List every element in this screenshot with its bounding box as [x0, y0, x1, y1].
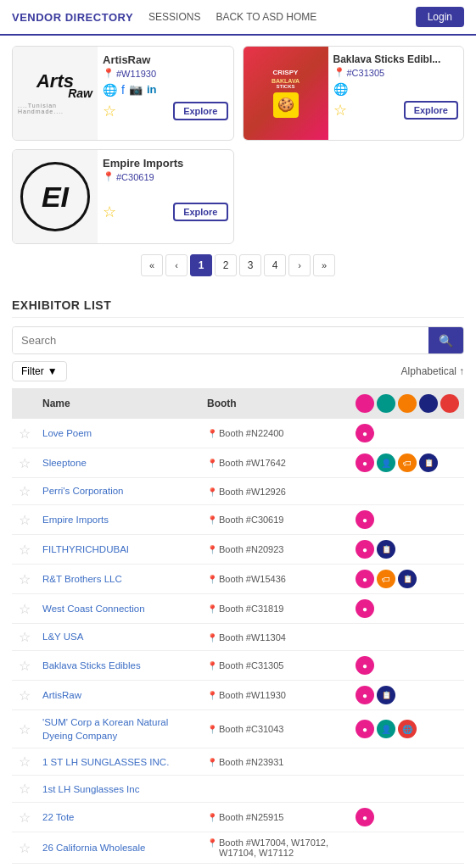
badge-pink-icon: ● [356, 599, 374, 618]
icons-cell: ●🏷📋 [356, 570, 459, 588]
table-row: ☆Love Poem📍Booth #N22400● [12, 419, 464, 448]
nav-sessions[interactable]: SESSIONS [148, 11, 200, 23]
page-4[interactable]: 4 [264, 254, 286, 276]
company-name-link[interactable]: 1st LH Sunglasses Inc [42, 784, 139, 794]
row-star-button[interactable]: ☆ [19, 810, 31, 826]
company-name-link[interactable]: 1 ST LH SUNGLASSES INC. [42, 757, 169, 767]
company-name-link[interactable]: Sleeptone [42, 458, 87, 468]
table-row: ☆26 California Wholesale📍Booth #W17004, … [12, 832, 464, 864]
nav-back-to-asd[interactable]: BACK TO ASD HOME [216, 11, 316, 23]
row-star-button[interactable]: ☆ [19, 629, 31, 645]
company-name-link[interactable]: L&Y USA [42, 632, 83, 642]
th-booth: Booth [202, 388, 350, 419]
company-name-link[interactable]: ArtisRaw [42, 690, 81, 700]
nav-brand: VENDOR DIRECTORY [12, 11, 133, 24]
login-button[interactable]: Login [416, 7, 464, 27]
globe-icon[interactable]: 🌐 [103, 83, 117, 97]
table-row: ☆1st LH Sunglasses Inc [12, 776, 464, 803]
table-row: ☆22 Tote📍Booth #N25915● [12, 803, 464, 832]
page-prev[interactable]: ‹ [165, 254, 188, 276]
badge-navy-icon: 📋 [377, 686, 395, 704]
row-star-button[interactable]: ☆ [19, 721, 31, 737]
artisraw-favorite[interactable]: ☆ [103, 102, 116, 120]
row-star-button[interactable]: ☆ [19, 687, 31, 704]
company-name-link[interactable]: 26 California Wholesale [42, 843, 145, 853]
sort-control[interactable]: Alphabetical ↑ [401, 365, 464, 377]
empire-booth: 📍 #C30619 [103, 171, 228, 182]
baklava-favorite[interactable]: ☆ [333, 101, 347, 120]
badge-navy-icon: 📋 [377, 540, 395, 559]
table-row: ☆'SUM' Corp a Korean Natural Dyeing Comp… [12, 710, 464, 748]
page-next[interactable]: › [288, 254, 311, 276]
search-bar: 🔍 [12, 326, 464, 354]
card-empire: EI Empire Imports 📍 #C30619 ☆ Explore [12, 149, 234, 244]
empire-explore[interactable]: Explore [173, 203, 227, 221]
cards-grid: Arts Raw ....Tunisian Handmade.... Artis… [12, 46, 464, 244]
globe-icon[interactable]: 🌐 [333, 82, 348, 96]
row-star-button[interactable]: ☆ [19, 658, 31, 674]
row-star-button[interactable]: ☆ [19, 455, 31, 471]
exhibitor-section: EXHIBITOR LIST 🔍 Filter ▼ Alphabetical ↑… [0, 290, 476, 868]
artisraw-explore[interactable]: Explore [173, 102, 227, 120]
instagram-icon[interactable]: 📷 [129, 83, 143, 97]
search-input[interactable] [13, 327, 428, 353]
company-name-link[interactable]: 'SUM' Corp a Korean Natural Dyeing Compa… [42, 717, 168, 741]
row-star-button[interactable]: ☆ [19, 840, 31, 856]
company-name-link[interactable]: Perri's Corporation [42, 486, 124, 496]
baklava-explore[interactable]: Explore [404, 101, 458, 120]
row-star-button[interactable]: ☆ [19, 512, 31, 528]
company-name-link[interactable]: Baklava Sticks Edibles [42, 660, 141, 670]
company-name-link[interactable]: FILTHYRICHDUBAI [42, 544, 129, 554]
table-row: ☆West Coast Connection📍Booth #C31819● [12, 594, 464, 624]
filter-label: Filter [21, 365, 44, 377]
company-name-link[interactable]: Love Poem [42, 428, 92, 438]
badge-pink-icon: ● [356, 570, 374, 588]
page-1[interactable]: 1 [190, 254, 212, 276]
sort-icon: ↑ [459, 365, 464, 377]
booth-cell: 📍Booth #W17642 [207, 458, 345, 468]
linkedin-icon[interactable]: in [147, 83, 157, 97]
company-name-link[interactable]: R&T Brothers LLC [42, 574, 122, 584]
table-row: ☆Empire Imports📍Booth #C30619● [12, 505, 464, 535]
badge-red-icon: 🌐 [398, 720, 417, 738]
filter-button[interactable]: Filter ▼ [12, 361, 67, 381]
page-2[interactable]: 2 [215, 254, 237, 276]
badge-pink-icon: ● [356, 453, 374, 472]
company-name-link[interactable]: West Coast Connection [42, 604, 145, 614]
empire-favorite[interactable]: ☆ [103, 203, 116, 221]
table-row: ☆Perri's Corporation📍Booth #W12926 [12, 478, 464, 505]
row-star-button[interactable]: ☆ [19, 571, 31, 587]
page-first[interactable]: « [141, 254, 163, 276]
icons-cell: ● [356, 808, 459, 826]
facebook-icon[interactable]: f [121, 83, 125, 97]
booth-cell: 📍Booth #W15436 [207, 574, 345, 584]
baklava-booth: 📍 #C31305 [333, 67, 459, 78]
badge-pink-icon: ● [356, 808, 374, 826]
search-button[interactable]: 🔍 [428, 327, 463, 353]
row-star-button[interactable]: ☆ [19, 754, 31, 770]
booth-cell: 📍Booth #W12926 [207, 487, 345, 497]
row-star-button[interactable]: ☆ [19, 601, 31, 617]
page-3[interactable]: 3 [239, 254, 261, 276]
row-star-button[interactable]: ☆ [19, 483, 31, 499]
booth-cell: 📍Booth #C30619 [207, 515, 345, 525]
baklava-social-icons: 🌐 [333, 82, 459, 96]
company-name-link[interactable]: Empire Imports [42, 515, 109, 525]
pagination: « ‹ 1 2 3 4 › » [12, 244, 464, 280]
table-row: ☆R&T Brothers LLC📍Booth #W15436●🏷📋 [12, 565, 464, 594]
booth-cell: 📍Booth #N25915 [207, 812, 345, 822]
th-icons [350, 388, 464, 419]
card-baklava: CRISPY BAKLAVA STICKS 🍪 Baklava Sticks E… [243, 46, 465, 141]
badge-pink-icon: ● [356, 686, 374, 704]
row-star-button[interactable]: ☆ [19, 542, 31, 558]
icons-cell: ●📋 [356, 686, 459, 704]
table-row: ☆1 ST LH SUNGLASSES INC.📍Booth #N23931 [12, 748, 464, 776]
artisraw-name: ArtisRaw [103, 53, 228, 66]
vendor-cards-section: Arts Raw ....Tunisian Handmade.... Artis… [0, 36, 476, 290]
artisraw-booth: 📍 #W11930 [103, 68, 228, 79]
row-star-button[interactable]: ☆ [19, 426, 31, 442]
baklava-name: Baklava Sticks Edibl... [333, 53, 459, 65]
company-name-link[interactable]: 22 Tote [42, 812, 75, 822]
page-last[interactable]: » [313, 254, 335, 276]
row-star-button[interactable]: ☆ [19, 781, 31, 797]
